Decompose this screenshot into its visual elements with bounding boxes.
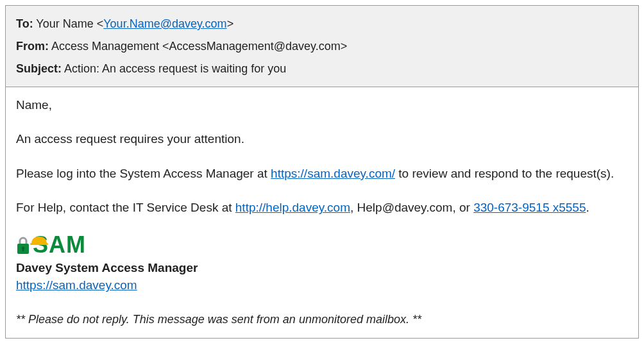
signature-link[interactable]: https://sam.davey.com xyxy=(16,278,137,292)
to-email-link[interactable]: Your.Name@davey.com xyxy=(103,17,226,30)
email-body: Name, An access request requires your at… xyxy=(6,87,638,338)
greeting: Name, xyxy=(16,96,628,114)
sam-wordmark: SAM xyxy=(33,233,86,256)
to-label: To: xyxy=(16,17,33,30)
signature-link-wrap: https://sam.davey.com xyxy=(16,276,628,294)
svg-rect-2 xyxy=(22,248,24,251)
help-phone-link[interactable]: 330-673-9515 x5555 xyxy=(473,201,586,214)
signature-title: Davey System Access Manager xyxy=(16,259,628,277)
email-container: To: Your Name <Your.Name@davey.com> From… xyxy=(5,5,639,339)
line2-pre: Please log into the System Access Manage… xyxy=(16,167,271,180)
email-header: To: Your Name <Your.Name@davey.com> From… xyxy=(6,6,638,87)
header-to-line: To: Your Name <Your.Name@davey.com> xyxy=(16,16,628,32)
line3-end: . xyxy=(586,201,589,214)
line3-mid: , Help@davey.com, or xyxy=(350,201,473,214)
line3-pre: For Help, contact the IT Service Desk at xyxy=(16,201,235,214)
svg-rect-3 xyxy=(30,243,48,245)
body-line-3: For Help, contact the IT Service Desk at… xyxy=(16,199,628,217)
from-value: Access Management <AccessManagement@dave… xyxy=(51,40,347,53)
hardhat-icon xyxy=(30,226,48,237)
sam-url-link[interactable]: https://sam.davey.com/ xyxy=(271,167,395,180)
header-subject-line: Subject: Action: An access request is wa… xyxy=(16,61,628,77)
from-label: From: xyxy=(16,40,49,53)
body-line-2: Please log into the System Access Manage… xyxy=(16,165,628,183)
footnote: ** Please do not reply. This message was… xyxy=(16,311,628,328)
to-name: Your Name xyxy=(36,17,96,30)
lock-icon xyxy=(16,236,30,255)
to-close: > xyxy=(227,17,234,30)
help-url-link[interactable]: http://help.davey.com xyxy=(235,201,350,214)
body-line-1: An access request requires your attentio… xyxy=(16,130,628,148)
sam-logo: SAM xyxy=(16,233,628,256)
subject-label: Subject: xyxy=(16,62,62,75)
header-from-line: From: Access Management <AccessManagemen… xyxy=(16,38,628,55)
line2-post: to review and respond to the request(s). xyxy=(395,167,614,180)
subject-value: Action: An access request is waiting for… xyxy=(64,62,286,75)
to-open: < xyxy=(97,17,104,30)
